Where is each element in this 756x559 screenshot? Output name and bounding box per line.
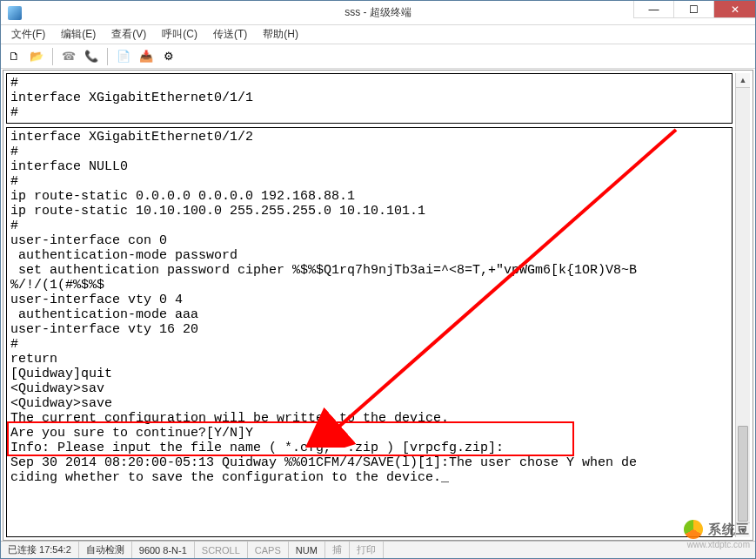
menu-view[interactable]: 查看(V) [104,25,153,44]
scrollbar[interactable]: ▲ ▼ [735,73,750,537]
status-detect: 自动检测 [79,542,132,558]
menu-file[interactable]: 文件(F) [4,25,52,44]
close-button[interactable] [713,1,755,18]
window-buttons [633,1,755,18]
open-file-icon[interactable]: 📂 [27,47,46,66]
terminal-output-lower[interactable]: interface XGigabitEthernet0/1/2 # interf… [6,127,733,537]
status-bar: 已连接 17:54:2 自动检测 9600 8-N-1 SCROLL CAPS … [1,541,755,558]
toolbar-separator [52,48,53,65]
status-connection: 已连接 17:54:2 [1,542,79,558]
menu-bar: 文件(F) 编辑(E) 查看(V) 呼叫(C) 传送(T) 帮助(H) [1,25,755,44]
menu-call[interactable]: 呼叫(C) [155,25,204,44]
menu-edit[interactable]: 编辑(E) [54,25,103,44]
new-file-icon[interactable]: 🗋 [4,47,23,66]
toolbar-separator [107,48,108,65]
status-port: 9600 8-N-1 [132,542,195,558]
menu-help[interactable]: 帮助(H) [256,25,305,44]
properties-icon[interactable]: ⚙ [159,47,178,66]
title-bar: sss - 超级终端 [1,1,755,25]
connect-icon: ☎ [59,47,78,66]
terminal-wrap: # interface XGigabitEthernet0/1/1 # inte… [6,73,750,537]
status-print: 打印 [350,542,384,558]
minimize-button[interactable] [633,1,673,18]
maximize-button[interactable] [673,1,713,18]
status-scroll: SCROLL [195,542,248,558]
scroll-down-icon[interactable]: ▼ [736,522,750,537]
terminal-client: # interface XGigabitEthernet0/1/1 # inte… [3,70,753,541]
status-capture: 捕 [325,542,350,558]
app-icon [8,6,22,20]
menu-transfer[interactable]: 传送(T) [206,25,254,44]
terminal-output-upper[interactable]: # interface XGigabitEthernet0/1/1 # [6,73,733,124]
toolbar: 🗋 📂 ☎ 📞 📄 📥 ⚙ [1,44,755,69]
scroll-thumb[interactable] [738,426,748,522]
scroll-up-icon[interactable]: ▲ [736,73,750,88]
send-icon[interactable]: 📄 [114,47,133,66]
receive-icon[interactable]: 📥 [137,47,156,66]
status-caps: CAPS [248,542,289,558]
status-num: NUM [289,542,325,558]
disconnect-icon[interactable]: 📞 [82,47,101,66]
